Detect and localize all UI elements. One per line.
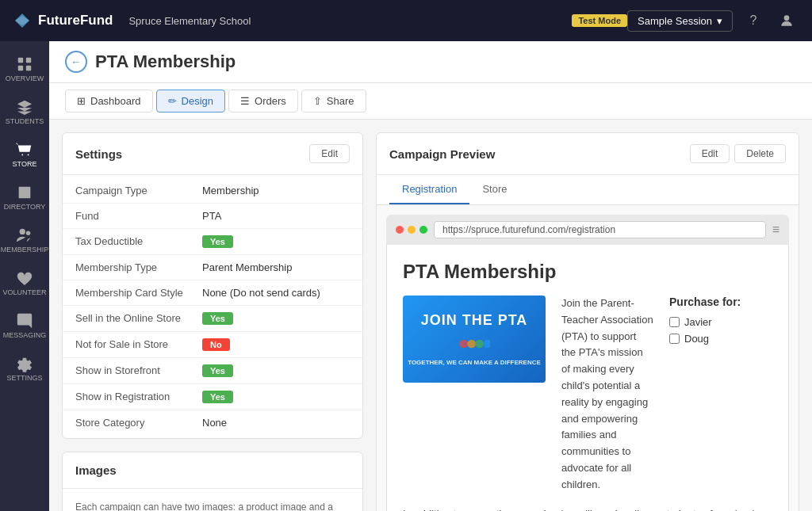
campaign-lower: In addition to supporting our school, yo… (403, 506, 772, 511)
settings-table: Campaign Type Membership Fund PTA Tax De… (63, 175, 362, 438)
browser-maximize-dot (419, 226, 427, 234)
status-badge: Yes (202, 364, 233, 377)
dashboard-button[interactable]: ⊞ Dashboard (65, 90, 153, 112)
page-title: PTA Membership (95, 51, 236, 72)
chevron-down-icon: ▾ (717, 15, 722, 27)
browser-dots (396, 226, 427, 234)
app-logo: FutureFund (13, 11, 113, 30)
svg-point-10 (467, 340, 476, 349)
browser-chrome: https://spruce.futurefund.com/registrati… (386, 215, 789, 245)
preview-tabs: Registration Store (377, 175, 799, 205)
svg-rect-5 (18, 66, 23, 71)
status-badge: No (202, 338, 230, 351)
table-row: Campaign Type Membership (63, 178, 362, 204)
browser-menu-icon: ≡ (772, 223, 779, 237)
tab-store[interactable]: Store (469, 175, 519, 204)
sidebar-item-store[interactable]: STORE (0, 135, 49, 174)
svg-rect-3 (18, 58, 23, 63)
toolbar: ⊞ Dashboard ✏ Design ☰ Orders ⇧ Share (49, 83, 812, 120)
browser-close-dot (396, 226, 404, 234)
svg-marker-1 (15, 16, 29, 25)
browser-preview: https://spruce.futurefund.com/registrati… (377, 205, 799, 511)
table-row: Fund PTA (63, 204, 362, 229)
svg-point-7 (20, 229, 25, 235)
campaign-body: JOIN THE PTA (403, 296, 772, 494)
status-badge: Yes (202, 235, 233, 248)
user-button[interactable] (774, 8, 799, 33)
sidebar-item-membership[interactable]: MEMBERSHIP (0, 220, 49, 260)
pta-image: JOIN THE PTA (403, 296, 546, 383)
table-row: Show in Storefront Yes (63, 358, 362, 384)
help-button[interactable]: ? (741, 8, 766, 33)
table-row: Store Category None (63, 410, 362, 435)
share-icon: ⇧ (313, 95, 322, 107)
list-icon: ☰ (240, 95, 250, 107)
content-grid: Settings Edit Campaign Type Membership F… (49, 120, 812, 511)
back-button[interactable]: ← (65, 51, 87, 73)
status-badge: Yes (202, 312, 233, 325)
table-row: Show in Registration Yes (63, 384, 362, 410)
images-header: Images (63, 452, 362, 489)
pta-image-text1: JOIN THE PTA (421, 312, 528, 329)
purchaser-javier[interactable]: Javier (669, 316, 772, 328)
table-row: Membership Type Parent Membership (63, 255, 362, 280)
settings-box: Settings Edit Campaign Type Membership F… (62, 132, 363, 439)
preview-buttons: Edit Delete (690, 144, 786, 163)
campaign-lower-text: In addition to supporting our school, yo… (403, 506, 772, 511)
session-button[interactable]: Sample Session ▾ (627, 10, 733, 32)
pta-image-text2: TOGETHER, WE CAN MAKE A DIFFERENCE (404, 359, 544, 366)
table-row: Tax Deductible Yes (63, 229, 362, 255)
browser-url-bar: https://spruce.futurefund.com/registrati… (434, 221, 766, 238)
preview-box: Campaign Preview Edit Delete Registratio… (376, 132, 799, 511)
settings-heading: Settings (75, 147, 122, 161)
images-description: Each campaign can have two images: a pro… (63, 489, 362, 511)
top-navigation: FutureFund Spruce Elementary School Test… (0, 0, 812, 41)
page-header: ← PTA Membership (49, 41, 812, 83)
pencil-icon: ✏ (168, 95, 177, 107)
svg-point-8 (26, 231, 31, 236)
javier-checkbox[interactable] (669, 317, 680, 327)
svg-point-2 (784, 15, 790, 21)
campaign-title: PTA Membership (403, 261, 772, 283)
svg-point-9 (459, 340, 468, 349)
table-row: Sell in the Online Store Yes (63, 306, 362, 332)
sidebar-item-overview[interactable]: OVERVIEW (0, 49, 49, 89)
orders-button[interactable]: ☰ Orders (228, 90, 298, 112)
school-name: Spruce Elementary School (128, 15, 564, 27)
settings-edit-button[interactable]: Edit (309, 144, 350, 163)
test-mode-badge: Test Mode (572, 14, 627, 27)
settings-header: Settings Edit (63, 133, 362, 175)
sidebar-item-students[interactable]: STUDENTS (0, 92, 49, 132)
purchaser-doug[interactable]: Doug (669, 333, 772, 345)
svg-point-12 (483, 340, 490, 349)
svg-rect-6 (26, 66, 31, 71)
sidebar-item-settings[interactable]: SETTINGS (0, 349, 49, 388)
status-badge: Yes (202, 391, 233, 403)
browser-content: PTA Membership JOIN THE PTA (386, 245, 789, 511)
settings-panel: Settings Edit Campaign Type Membership F… (62, 132, 363, 511)
images-panel: Images Each campaign can have two images… (62, 452, 363, 511)
sidebar-item-volunteer[interactable]: VOLUNTEER (0, 263, 49, 303)
browser-minimize-dot (408, 226, 416, 234)
sidebar-item-messaging[interactable]: MESSAGING (0, 306, 49, 345)
table-row: Membership Card Style None (Do not send … (63, 280, 362, 306)
tab-registration[interactable]: Registration (389, 175, 469, 204)
preview-panel: Campaign Preview Edit Delete Registratio… (376, 132, 799, 511)
campaign-description: Join the Parent-Teacher Association (PTA… (561, 296, 653, 494)
sidebar: OVERVIEW STUDENTS STORE DIRECTORY MEMBER… (0, 41, 49, 511)
main-layout: OVERVIEW STUDENTS STORE DIRECTORY MEMBER… (0, 41, 812, 511)
campaign-image: JOIN THE PTA (403, 296, 546, 383)
share-button[interactable]: ⇧ Share (301, 90, 366, 112)
preview-delete-button[interactable]: Delete (734, 144, 786, 163)
preview-edit-button[interactable]: Edit (690, 144, 730, 163)
design-button[interactable]: ✏ Design (156, 90, 225, 112)
purchase-box: Purchase for: Javier Doug (669, 296, 772, 349)
preview-header: Campaign Preview Edit Delete (377, 133, 799, 175)
svg-rect-4 (26, 58, 31, 63)
doug-checkbox[interactable] (669, 334, 680, 344)
svg-point-11 (475, 340, 484, 349)
table-row: Not for Sale in Store No (63, 332, 362, 358)
sidebar-item-directory[interactable]: DIRECTORY (0, 177, 49, 217)
grid-icon: ⊞ (77, 95, 86, 107)
images-heading: Images (75, 463, 117, 477)
